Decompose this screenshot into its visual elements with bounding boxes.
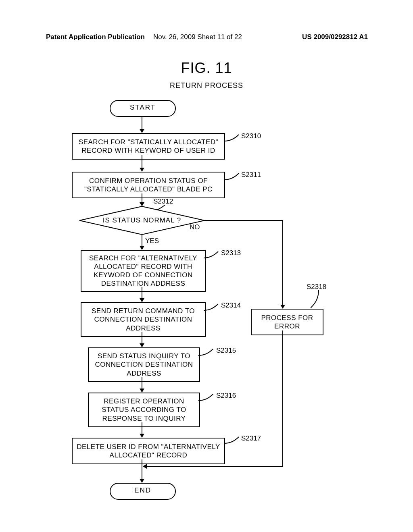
process-label: SEND STATUS INQUIRY TO CONNECTION DESTIN… <box>92 352 196 378</box>
header-left: Patent Application Publication <box>46 33 145 41</box>
process-s2315: SEND STATUS INQUIRY TO CONNECTION DESTIN… <box>88 347 200 382</box>
arrowhead-down-icon <box>140 129 144 133</box>
process-label: SEARCH FOR "STATICALLY ALLOCATED" RECORD… <box>76 138 221 155</box>
step-label-s2315: S2315 <box>216 347 236 355</box>
arrow-line <box>146 466 283 467</box>
process-label: SEARCH FOR "ALTERNATIVELY ALLOCATED" REC… <box>85 254 202 288</box>
arrow-line <box>142 287 142 299</box>
process-label: CONFIRM OPERATION STATUS OF "STATICALLY … <box>76 177 221 194</box>
start-node: START <box>110 100 176 117</box>
arrow-line <box>204 220 283 221</box>
arrowhead-down-icon <box>140 389 144 393</box>
step-label-s2317: S2317 <box>241 434 261 443</box>
process-s2311: CONFIRM OPERATION STATUS OF "STATICALLY … <box>72 172 225 198</box>
arrowhead-down-icon <box>140 479 144 483</box>
arrowhead-down-icon <box>280 305 285 309</box>
arrow-line <box>142 459 142 480</box>
process-label: PROCESS FOR ERROR <box>255 314 319 331</box>
process-s2314: SEND RETURN COMMAND TO CONNECTION DESTIN… <box>81 302 206 337</box>
header-right: US 2009/0292812 A1 <box>302 33 368 41</box>
header-mid: Nov. 26, 2009 Sheet 11 of 22 <box>153 33 242 41</box>
no-label: NO <box>190 223 200 231</box>
figure-subtitle: RETURN PROCESS <box>0 81 413 90</box>
step-label-s2310: S2310 <box>241 132 261 140</box>
arrow-line <box>142 377 142 389</box>
arrow-line <box>142 193 142 203</box>
start-label: START <box>130 104 156 111</box>
decision-s2312: IS STATUS NORMAL ? <box>79 206 205 235</box>
step-label-s2318: S2318 <box>307 283 326 291</box>
arrow-line <box>282 330 283 467</box>
process-s2316: REGISTER OPERATION STATUS ACCORDING TO R… <box>88 393 200 427</box>
decision-label: IS STATUS NORMAL ? <box>103 216 181 224</box>
step-label-s2316: S2316 <box>216 392 236 400</box>
arrow-line <box>142 332 142 344</box>
arrowhead-down-icon <box>140 246 144 250</box>
arrow-line <box>282 220 283 305</box>
step-label-s2311: S2311 <box>241 171 261 179</box>
arrowhead-down-icon <box>140 168 144 172</box>
step-label-s2312: S2312 <box>153 197 173 206</box>
arrow-line <box>142 116 142 130</box>
leader-line <box>311 290 327 310</box>
arrow-line <box>142 235 142 247</box>
process-s2313: SEARCH FOR "ALTERNATIVELY ALLOCATED" REC… <box>81 250 206 292</box>
arrow-line <box>142 422 142 434</box>
process-s2317: DELETE USER ID FROM "ALTERNATIVELY ALLOC… <box>72 438 225 464</box>
process-label: DELETE USER ID FROM "ALTERNATIVELY ALLOC… <box>76 443 221 460</box>
arrowhead-down-icon <box>140 343 144 347</box>
end-label: END <box>134 486 151 494</box>
process-s2310: SEARCH FOR "STATICALLY ALLOCATED" RECORD… <box>72 133 225 160</box>
process-s2318: PROCESS FOR ERROR <box>251 309 323 335</box>
process-label: SEND RETURN COMMAND TO CONNECTION DESTIN… <box>85 307 202 332</box>
arrowhead-down-icon <box>140 298 144 302</box>
end-node: END <box>110 483 176 500</box>
arrowhead-down-icon <box>140 434 144 438</box>
process-label: REGISTER OPERATION STATUS ACCORDING TO R… <box>92 397 196 423</box>
figure-title: FIG. 11 <box>0 60 413 77</box>
arrowhead-left-icon <box>143 464 147 469</box>
yes-label: YES <box>145 237 159 245</box>
step-label-s2313: S2313 <box>221 249 241 257</box>
arrow-line <box>142 155 142 168</box>
step-label-s2314: S2314 <box>221 301 241 310</box>
